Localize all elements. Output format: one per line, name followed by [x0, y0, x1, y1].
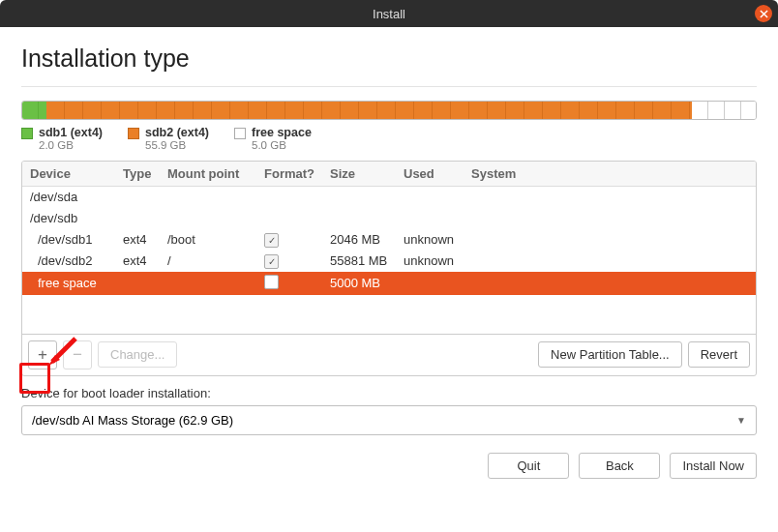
cell-system [464, 251, 756, 272]
cell-used [396, 187, 464, 208]
disk-segment [22, 102, 46, 119]
cell-system [464, 272, 756, 295]
table-header-row: Device Type Mount point Format? Size Use… [22, 162, 756, 187]
cell-mount: /boot [160, 229, 256, 251]
col-size: Size [322, 162, 396, 187]
cell-type [115, 208, 160, 229]
cell-type [115, 187, 160, 208]
disk-legend: sdb1 (ext4)2.0 GBsdb2 (ext4)55.9 GBfree … [21, 126, 757, 151]
cell-format [256, 187, 322, 208]
cell-device: /dev/sdb [22, 208, 115, 229]
partition-table[interactable]: Device Type Mount point Format? Size Use… [22, 162, 756, 295]
cell-device: /dev/sdb1 [22, 229, 115, 251]
legend-item: sdb1 (ext4)2.0 GB [21, 126, 103, 151]
cell-device: free space [22, 272, 115, 295]
cell-size [322, 187, 396, 208]
remove-partition-button[interactable]: − [63, 340, 92, 369]
back-button[interactable]: Back [579, 453, 660, 479]
cell-format [256, 229, 322, 251]
cell-mount [160, 208, 256, 229]
table-row[interactable]: /dev/sdb1ext4/boot2046 MBunknown [22, 229, 756, 251]
new-partition-table-button[interactable]: New Partition Table... [538, 341, 682, 368]
chevron-down-icon: ▼ [736, 415, 746, 426]
bootloader-select[interactable]: /dev/sdb AI Mass Storage (62.9 GB) ▼ [21, 405, 757, 435]
legend-item: free space5.0 GB [234, 126, 312, 151]
cell-used: unknown [396, 229, 464, 251]
cell-mount [160, 187, 256, 208]
cell-type: ext4 [115, 229, 160, 251]
cell-size: 5000 MB [322, 272, 396, 295]
table-row[interactable]: /dev/sdb2ext4/55881 MBunknown [22, 251, 756, 272]
titlebar: Install [0, 0, 778, 27]
close-button[interactable] [755, 5, 772, 22]
disk-usage-bar [21, 101, 757, 120]
cell-mount: / [160, 251, 256, 272]
cell-size [322, 208, 396, 229]
legend-size: 2.0 GB [39, 139, 103, 151]
cell-mount [160, 272, 256, 295]
cell-size: 55881 MB [322, 251, 396, 272]
legend-label: sdb2 (ext4) [145, 126, 209, 139]
col-used: Used [396, 162, 464, 187]
format-checkbox[interactable] [264, 233, 279, 248]
disk-segment [46, 102, 692, 119]
partition-buttons: + − Change... New Partition Table... Rev… [22, 334, 756, 375]
legend-item: sdb2 (ext4)55.9 GB [128, 126, 209, 151]
legend-size: 5.0 GB [252, 139, 312, 151]
table-row[interactable]: /dev/sda [22, 187, 756, 208]
cell-system [464, 187, 756, 208]
cell-format [256, 251, 322, 272]
legend-label: sdb1 (ext4) [39, 126, 103, 139]
page-heading: Installation type [21, 44, 757, 73]
cell-device: /dev/sdb2 [22, 251, 115, 272]
add-partition-button[interactable]: + [28, 340, 57, 369]
legend-swatch [128, 128, 139, 139]
cell-system [464, 229, 756, 251]
col-mount: Mount point [160, 162, 256, 187]
legend-label: free space [252, 126, 312, 139]
footer: Quit Back Install Now [0, 435, 778, 496]
cell-device: /dev/sda [22, 187, 115, 208]
quit-button[interactable]: Quit [488, 453, 569, 479]
change-partition-button[interactable]: Change... [98, 341, 177, 368]
cell-size: 2046 MB [322, 229, 396, 251]
table-row[interactable]: free space5000 MB [22, 272, 756, 295]
close-icon [760, 10, 768, 18]
bootloader-label: Device for boot loader installation: [21, 386, 757, 400]
cell-used [396, 272, 464, 295]
legend-swatch [21, 128, 33, 139]
cell-system [464, 208, 756, 229]
legend-size: 55.9 GB [145, 139, 209, 151]
col-format: Format? [256, 162, 322, 187]
install-now-button[interactable]: Install Now [670, 453, 757, 479]
format-checkbox[interactable] [264, 254, 279, 269]
bootloader-value: /dev/sdb AI Mass Storage (62.9 GB) [32, 413, 233, 428]
col-type: Type [115, 162, 160, 187]
partition-table-panel: Device Type Mount point Format? Size Use… [21, 161, 757, 376]
table-row[interactable]: /dev/sdb [22, 208, 756, 229]
cell-format [256, 272, 322, 295]
format-checkbox[interactable] [264, 275, 279, 289]
disk-segment [692, 102, 756, 119]
divider [21, 86, 757, 87]
cell-type: ext4 [115, 251, 160, 272]
cell-used [396, 208, 464, 229]
revert-button[interactable]: Revert [688, 341, 750, 368]
legend-swatch [234, 128, 246, 139]
col-device: Device [22, 162, 115, 187]
cell-used: unknown [396, 251, 464, 272]
table-spacer [22, 295, 756, 334]
window-title: Install [373, 7, 405, 21]
col-system: System [464, 162, 756, 187]
cell-type [115, 272, 160, 295]
cell-format [256, 208, 322, 229]
